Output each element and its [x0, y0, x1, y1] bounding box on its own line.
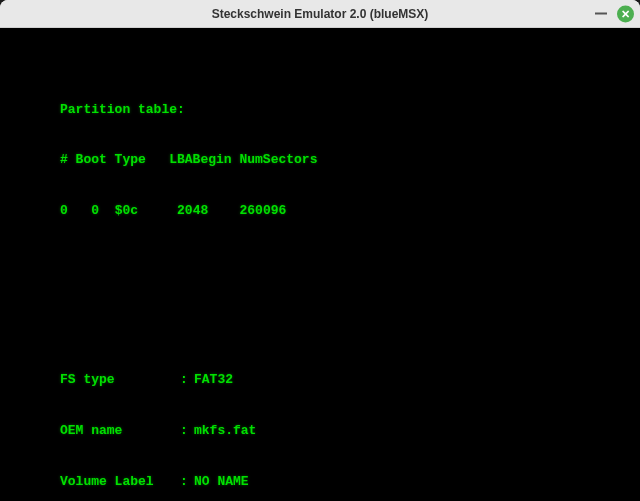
fs-label: OEM name — [60, 423, 180, 440]
blank-line — [60, 254, 640, 271]
fs-label: FS type — [60, 372, 180, 389]
close-icon[interactable]: ✕ — [617, 5, 634, 22]
partition-idx: 0 — [60, 203, 68, 218]
colon: : — [180, 423, 194, 440]
terminal-screen: Partition table: # Boot Type LBABegin Nu… — [0, 28, 640, 501]
fs-row: Volume Label:NO NAME — [60, 474, 640, 491]
partition-type: $0c — [115, 203, 138, 218]
fs-row: OEM name:mkfs.fat — [60, 423, 640, 440]
window-controls: ✕ — [595, 5, 634, 22]
minimize-icon[interactable] — [595, 13, 607, 15]
partition-boot: 0 — [91, 203, 99, 218]
blank-line — [60, 305, 640, 322]
partition-heading: Partition table: — [60, 102, 640, 119]
partition-header: # Boot Type LBABegin NumSectors — [60, 152, 640, 169]
fs-value: FAT32 — [194, 372, 233, 387]
partition-lba: 2048 — [177, 203, 208, 218]
colon: : — [180, 372, 194, 389]
window-title: Steckschwein Emulator 2.0 (blueMSX) — [212, 7, 429, 21]
fs-value: mkfs.fat — [194, 423, 256, 438]
app-window: Steckschwein Emulator 2.0 (blueMSX) ✕ Pa… — [0, 0, 640, 501]
fs-value: NO NAME — [194, 474, 249, 489]
partition-row: 0 0 $0c 2048 260096 — [60, 203, 640, 220]
fs-row: FS type:FAT32 — [60, 372, 640, 389]
fs-label: Volume Label — [60, 474, 180, 491]
colon: : — [180, 474, 194, 491]
partition-numsectors: 260096 — [240, 203, 287, 218]
titlebar: Steckschwein Emulator 2.0 (blueMSX) ✕ — [0, 0, 640, 28]
